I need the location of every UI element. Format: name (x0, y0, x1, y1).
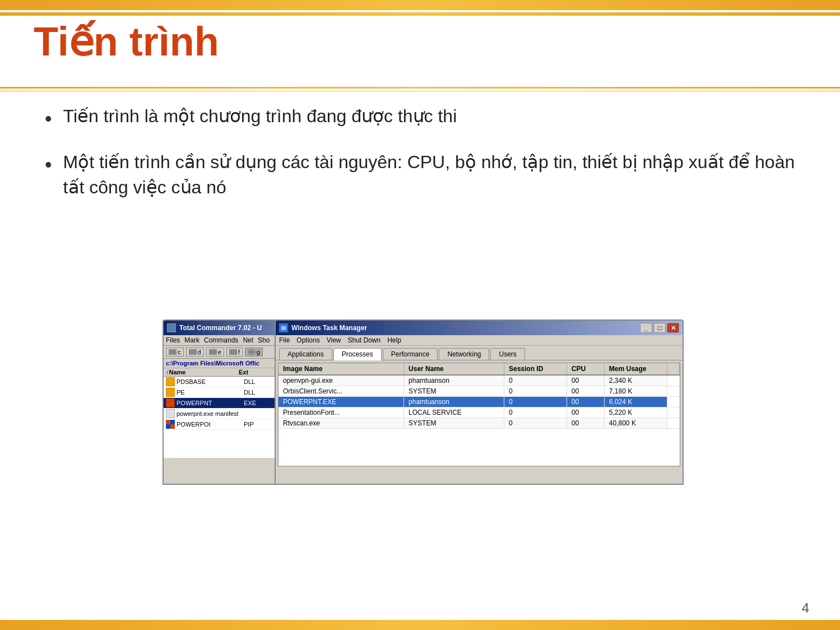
tc-col-ext-header: Ext (239, 369, 267, 376)
tm-cell-image: openvpn-gui.exe (279, 375, 404, 386)
tc-drive-d-label: d (198, 349, 201, 355)
tab-applications[interactable]: Applications (279, 348, 332, 360)
bullet-text-1: Tiến trình là một chương trình đang được… (63, 104, 795, 129)
tm-cell-mem: 40,800 K (604, 418, 667, 429)
tm-menu-view[interactable]: View (327, 336, 341, 344)
tm-menu-file[interactable]: File (279, 336, 290, 344)
tc-menu-mark[interactable]: Mark (184, 336, 199, 344)
tm-cell-image: PresentationFont... (279, 407, 404, 418)
tc-drive-e-icon (209, 349, 217, 355)
tc-drive-g-icon (248, 349, 256, 355)
tc-file-icon (166, 377, 175, 386)
tm-cell-user: phamtuanson (404, 375, 504, 386)
tc-drive-f[interactable]: f (226, 348, 243, 356)
svg-rect-1 (166, 420, 170, 424)
tc-menu-net[interactable]: Net (243, 336, 253, 344)
tm-menubar[interactable]: File Options View Shut Down Help (276, 335, 683, 346)
tm-cell-session: 0 (504, 375, 567, 386)
tm-cell-user: SYSTEM (404, 418, 504, 429)
tc-drive-d-icon (189, 349, 197, 355)
tc-file-icon (166, 388, 175, 397)
tm-menu-options[interactable]: Options (296, 336, 319, 344)
tc-drive-d[interactable]: d (186, 348, 204, 356)
tm-title-text: Windows Task Manager (291, 324, 367, 332)
title-divider (0, 87, 840, 89)
bullet-item-2: • Một tiến trình cần sử dụng các tài ngu… (45, 150, 795, 200)
tc-drive-e-label: e (218, 349, 221, 355)
tm-cell-session: 0 (504, 418, 567, 429)
title-section: Tiến trình (34, 20, 806, 70)
tc-file-name: powerpnt.exe manifest (177, 410, 244, 417)
tm-cell-cpu: 00 (567, 375, 604, 386)
tc-file-ext: PIP (244, 421, 266, 428)
tc-menu-sho[interactable]: Sho (258, 336, 270, 344)
tab-processes[interactable]: Processes (333, 348, 382, 360)
bullet-dot-1: • (45, 105, 52, 133)
tm-process-table: Image Name User Name Session ID CPU Mem … (279, 363, 680, 429)
title-divider2 (0, 91, 840, 91)
bullet-dot-2: • (45, 151, 52, 179)
tc-file-name: POWERPOI (177, 421, 244, 428)
tm-table-row[interactable]: openvpn-gui.exephamtuanson0002,340 K (279, 375, 680, 386)
tm-table-row[interactable]: PresentationFont...LOCAL SERVICE0005,220… (279, 407, 680, 418)
tm-cell-cpu: 00 (567, 397, 604, 407)
tc-drive-c-icon (169, 349, 177, 355)
svg-rect-2 (170, 420, 175, 424)
tm-col-user-name: User Name (404, 363, 504, 375)
tab-performance[interactable]: Performance (383, 348, 438, 360)
tm-col-cpu: CPU (567, 363, 604, 375)
windows-overlay: Total Commander 7.02 - U Files Mark Comm… (163, 319, 689, 488)
tm-table-row[interactable]: Rtvscan.exeSYSTEM00040,800 K (279, 418, 680, 429)
tm-menu-help[interactable]: Help (387, 336, 401, 344)
tm-window-buttons: _ □ ✕ (640, 323, 679, 333)
tc-menu-commands[interactable]: Commands (204, 336, 238, 344)
task-manager-window: Windows Task Manager _ □ ✕ File Options … (275, 319, 684, 485)
tc-menu-files[interactable]: Files (166, 336, 180, 344)
top-bar-thin (0, 12, 840, 16)
tm-cell-session: 0 (504, 407, 567, 418)
tc-file-name: PDSBASE (177, 378, 244, 385)
tm-close-button[interactable]: ✕ (667, 323, 679, 333)
content-section: • Tiến trình là một chương trình đang đư… (45, 104, 795, 217)
tm-titlebar: Windows Task Manager _ □ ✕ (276, 321, 683, 335)
tm-col-mem-usage: Mem Usage (604, 363, 667, 375)
tc-drive-g[interactable]: g (245, 348, 263, 356)
bullet-text-2: Một tiến trình cần sử dụng các tài nguyê… (63, 150, 795, 200)
tc-file-name: POWERPNT (177, 400, 244, 406)
tc-file-ext: DLL (244, 378, 266, 385)
tab-networking[interactable]: Networking (439, 348, 489, 360)
page-number: 4 (802, 600, 809, 616)
svg-rect-7 (281, 328, 286, 330)
tm-titlebar-left: Windows Task Manager (279, 323, 367, 332)
tc-drive-f-label: f (238, 349, 240, 355)
tc-file-icon (166, 420, 175, 429)
tm-col-session-id: Session ID (504, 363, 567, 375)
tm-minimize-button[interactable]: _ (640, 323, 652, 333)
tm-table-wrapper: Image Name User Name Session ID CPU Mem … (278, 363, 680, 466)
tc-drive-g-label: g (257, 349, 260, 355)
tc-drive-e[interactable]: e (206, 348, 224, 356)
tm-cell-cpu: 00 (567, 418, 604, 429)
tm-table-row[interactable]: OrbisClient.Servic...SYSTEM0007,180 K (279, 386, 680, 397)
tm-menu-shutdown[interactable]: Shut Down (348, 336, 381, 344)
tc-file-icon (166, 399, 175, 407)
svg-rect-3 (166, 424, 170, 429)
tc-file-icon (166, 409, 175, 418)
tm-col-image-name: Image Name (279, 363, 404, 375)
svg-rect-0 (169, 325, 174, 331)
tm-cell-image: Rtvscan.exe (279, 418, 404, 429)
tc-file-name: PE (177, 389, 244, 396)
tm-cell-user: LOCAL SERVICE (404, 407, 504, 418)
tm-cell-image: POWERPNT.EXE (279, 397, 404, 407)
tm-cell-session: 0 (504, 386, 567, 397)
tm-cell-image: OrbisClient.Servic... (279, 386, 404, 397)
tm-cell-cpu: 00 (567, 386, 604, 397)
tab-users[interactable]: Users (490, 348, 525, 360)
tm-cell-mem: 6,024 K (604, 397, 667, 407)
tm-cell-mem: 7,180 K (604, 386, 667, 397)
tm-table-row[interactable]: POWERPNT.EXEphamtuanson0006,024 K (279, 397, 680, 407)
tm-col-scrollbar-header (667, 363, 679, 375)
tm-maximize-button[interactable]: □ (653, 323, 666, 333)
tm-cell-user: SYSTEM (404, 386, 504, 397)
tc-drive-c[interactable]: c (166, 348, 184, 356)
